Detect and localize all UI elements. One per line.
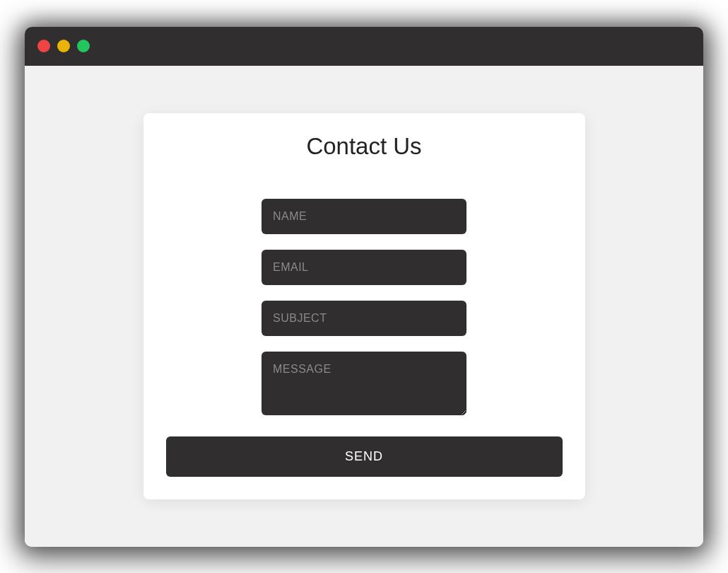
- close-icon[interactable]: [37, 40, 50, 52]
- subject-field[interactable]: [262, 301, 466, 336]
- email-field[interactable]: [262, 250, 466, 285]
- name-field[interactable]: [262, 199, 466, 234]
- contact-card: Contact Us SEND: [143, 113, 585, 499]
- content-area: Contact Us SEND: [25, 66, 703, 547]
- title-bar: [25, 27, 703, 66]
- card-title: Contact Us: [306, 133, 421, 160]
- message-field[interactable]: [262, 352, 466, 415]
- traffic-lights: [37, 40, 90, 52]
- maximize-icon[interactable]: [77, 40, 90, 52]
- send-button[interactable]: SEND: [166, 436, 563, 477]
- form-fields: [262, 199, 466, 415]
- browser-window: Contact Us SEND: [25, 27, 703, 547]
- minimize-icon[interactable]: [57, 40, 70, 52]
